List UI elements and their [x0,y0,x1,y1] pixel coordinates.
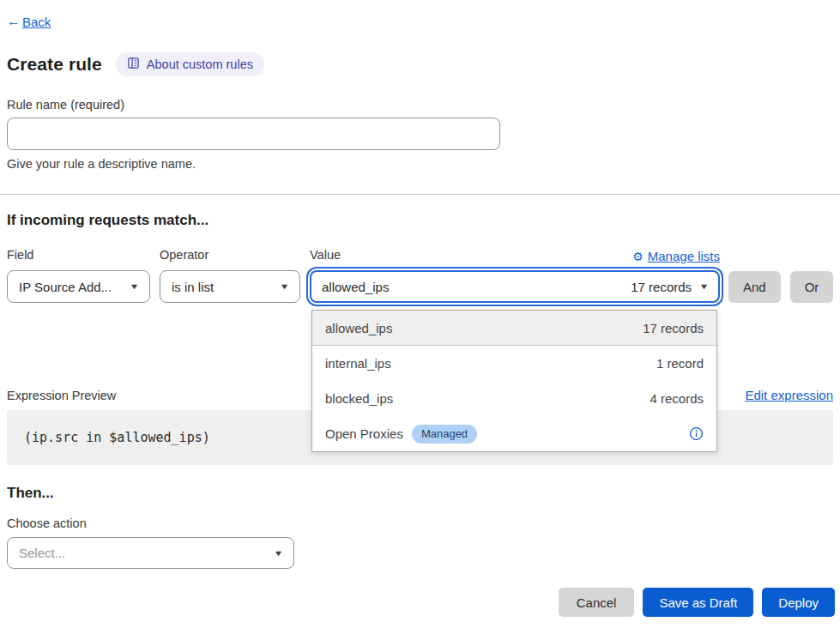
deploy-button[interactable]: Deploy [762,588,835,617]
title-row: Create rule About custom rules [7,52,833,76]
list-option-name: blocked_ips [325,391,393,406]
field-select[interactable]: IP Source Add... ▼ [7,270,150,303]
action-select[interactable]: Select... ▼ [7,537,294,569]
about-custom-rules-link[interactable]: About custom rules [116,52,264,76]
chevron-down-icon: ▼ [699,282,710,291]
list-option-internal-ips[interactable]: internal_ips 1 record [312,346,716,381]
list-option-name: Open Proxies [325,426,403,441]
operator-select[interactable]: is in list ▼ [160,270,300,303]
manage-lists-link[interactable]: ⚙Manage lists [632,249,720,263]
chevron-down-icon: ▼ [274,549,284,558]
operator-column: Operator is in list ▼ [160,248,300,303]
list-option-name: allowed_ips [325,321,392,335]
chevron-down-icon: ▼ [130,282,140,291]
back-arrow-icon: ← [7,14,21,29]
list-option-name: internal_ips [325,356,391,371]
edit-expression-link[interactable]: Edit expression [745,388,833,402]
operator-label: Operator [160,248,300,264]
rule-name-input[interactable] [7,118,500,150]
list-option-records: 4 records [650,391,704,406]
list-option-allowed-ips[interactable]: allowed_ips 17 records [312,311,716,346]
list-option-open-proxies[interactable]: Open Proxies Managed [312,416,716,451]
book-icon [127,57,140,72]
then-section-heading: Then... [7,485,833,502]
match-controls-row: Field IP Source Add... ▼ Operator is in … [7,248,840,303]
rule-name-label: Rule name (required) [7,98,833,112]
field-label: Field [7,248,150,264]
about-custom-rules-label: About custom rules [147,57,253,71]
rule-name-helper-text: Give your rule a descriptive name. [7,157,833,171]
cancel-button[interactable]: Cancel [559,588,635,617]
expression-preview-label: Expression Preview [7,389,116,402]
action-select-placeholder: Select... [19,546,65,560]
manage-lists-label: Manage lists [648,249,720,263]
value-select-records: 17 records [631,280,692,294]
field-select-value: IP Source Add... [19,280,112,294]
footer-actions: Cancel Save as Draft Deploy [559,588,835,617]
page-title: Create rule [7,54,102,75]
value-select[interactable]: allowed_ips 17 records ▼ allowed_ips 17 … [310,270,720,303]
back-link[interactable]: ←Back [7,14,51,29]
value-label-row: Value ⚙Manage lists [310,248,720,264]
value-label: Value [310,248,341,264]
expression-code: (ip.src in $allowed_ips) [24,430,210,445]
field-column: Field IP Source Add... ▼ [7,248,150,303]
list-option-blocked-ips[interactable]: blocked_ips 4 records [312,381,716,416]
value-select-value: allowed_ips [322,280,389,294]
operator-select-value: is in list [172,280,214,294]
save-as-draft-button[interactable]: Save as Draft [643,588,753,617]
match-section-heading: If incoming requests match... [7,212,833,229]
create-rule-page: ←Back Create rule About custom rules Rul… [0,0,840,634]
lists-dropdown-menu: allowed_ips 17 records internal_ips 1 re… [311,310,717,452]
managed-badge: Managed [412,425,477,444]
gear-icon: ⚙ [632,250,644,263]
info-icon[interactable] [689,426,704,441]
list-option-records: 17 records [643,321,704,335]
back-label: Back [22,15,51,29]
list-option-records: 1 record [656,356,704,371]
choose-action-label: Choose action [7,516,833,530]
chevron-down-icon: ▼ [280,282,290,291]
or-button[interactable]: Or [790,271,834,303]
and-button[interactable]: And [728,271,781,303]
value-column: Value ⚙Manage lists allowed_ips 17 recor… [310,248,720,303]
section-divider [0,194,840,195]
